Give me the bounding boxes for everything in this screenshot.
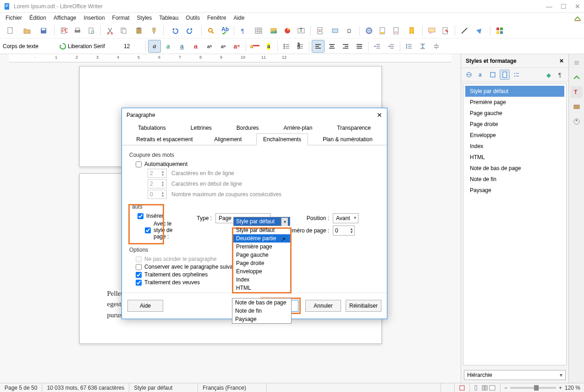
line-spacing-button[interactable]	[402, 40, 415, 53]
tab-retraits[interactable]: Retraits et espacement	[129, 133, 199, 145]
frame-styles-icon[interactable]	[488, 70, 498, 80]
bold-button[interactable]: a	[148, 40, 161, 53]
dropdown-option[interactable]: Deuxième partie↖	[233, 234, 290, 243]
status-view-layout[interactable]	[470, 383, 501, 392]
status-selection-mode[interactable]	[441, 383, 455, 392]
highlight-color-button[interactable]: a	[262, 40, 275, 53]
zoom-in-button[interactable]: +	[559, 385, 562, 391]
style-list-item[interactable]: Index	[465, 141, 564, 152]
new-doc-button[interactable]	[3, 24, 18, 37]
paste-button[interactable]	[131, 24, 147, 37]
tab-enchainements[interactable]: Enchaînements	[256, 133, 308, 145]
status-insert-mode[interactable]	[423, 383, 441, 392]
tab-bordures[interactable]: Bordures	[230, 122, 266, 134]
status-page[interactable]: Page 5 de 50	[0, 383, 42, 392]
paragraph-styles-icon[interactable]	[464, 70, 474, 80]
numbered-list-button[interactable]: 123	[294, 40, 307, 53]
help-button[interactable]: Aide	[127, 300, 163, 312]
spellcheck-button[interactable]: Abc	[218, 24, 231, 37]
status-signature[interactable]	[455, 383, 470, 392]
fill-format-mode-icon[interactable]	[544, 70, 554, 80]
keep-with-next-checkbox[interactable]	[136, 264, 142, 270]
zoom-percent[interactable]: 120 %	[565, 385, 580, 391]
insert-field-button[interactable]	[327, 24, 343, 37]
zoom-out-button[interactable]: −	[504, 385, 507, 391]
insert-table-button[interactable]	[251, 24, 266, 37]
menu-affichage[interactable]: Affichage	[50, 14, 80, 22]
bullet-list-button[interactable]	[280, 40, 293, 53]
style-filter-combo[interactable]: Hiérarchie	[464, 370, 566, 380]
widow-control-checkbox[interactable]	[136, 280, 142, 286]
dropdown-option[interactable]: Page droite	[233, 259, 290, 267]
page-styles-list[interactable]: Style par défautPremière pagePage gauche…	[463, 83, 567, 365]
dropdown-option[interactable]: Première page	[233, 243, 290, 251]
page-style-dropdown-overflow[interactable]: Note de bas de pageNote de finPaysage	[232, 298, 292, 324]
decrease-spacing-button[interactable]	[430, 40, 443, 53]
insert-comment-button[interactable]	[425, 24, 438, 37]
insert-hyperlink-button[interactable]	[363, 24, 375, 37]
cancel-button[interactable]: Annuler	[305, 300, 341, 312]
horizontal-ruler[interactable]: · 1 2 3 4 5 6 7 8 9 10 11 12	[9, 54, 452, 62]
align-justify-button[interactable]	[353, 40, 366, 53]
menu-fenetre[interactable]: Fenêtre	[204, 14, 230, 22]
status-word-count[interactable]: 10 033 mots, 67 636 caractères	[42, 383, 129, 392]
decrease-indent-button[interactable]	[385, 40, 397, 53]
zoom-slider[interactable]	[510, 387, 556, 389]
tab-tabulations[interactable]: Tabulations	[131, 122, 173, 134]
menu-outils[interactable]: Outils	[182, 14, 204, 22]
insert-endnote-button[interactable]	[390, 24, 403, 37]
insert-textbox-button[interactable]: T	[295, 24, 308, 37]
style-list-item[interactable]: Note de fin	[465, 174, 564, 185]
tab-transparence[interactable]: Transparence	[330, 122, 378, 134]
menu-tableau[interactable]: Tableau	[155, 14, 182, 22]
sidebar-settings-icon[interactable]	[571, 57, 583, 69]
style-list-item[interactable]: Enveloppe	[465, 130, 564, 141]
export-pdf-button[interactable]: PDF	[57, 24, 70, 37]
style-list-item[interactable]: Page droite	[465, 119, 564, 130]
redo-button[interactable]	[183, 24, 198, 37]
align-left-button[interactable]	[312, 40, 325, 53]
tab-alignement[interactable]: Alignement	[207, 133, 248, 145]
style-list-item[interactable]: HTML	[465, 152, 564, 163]
insert-image-button[interactable]	[267, 24, 280, 37]
align-center-button[interactable]	[325, 40, 338, 53]
window-maximize-button[interactable]: ☐	[561, 3, 567, 10]
menu-format[interactable]: Format	[109, 14, 133, 22]
dialog-close-icon[interactable]: ✕	[377, 111, 382, 119]
insert-pagebreak-button[interactable]	[314, 24, 326, 37]
window-close-button[interactable]: ✕	[575, 3, 580, 10]
menu-aide[interactable]: Aide	[230, 14, 248, 22]
update-style-button[interactable]	[59, 42, 67, 50]
style-list-item[interactable]: Page gauche	[465, 108, 564, 119]
clear-formatting-button[interactable]: a✕	[231, 40, 243, 53]
track-changes-button[interactable]	[439, 24, 452, 37]
insert-chart-button[interactable]	[281, 24, 294, 37]
undo-button[interactable]	[166, 24, 182, 37]
open-button[interactable]	[19, 24, 35, 37]
dropdown-option[interactable]: Page gauche	[233, 251, 290, 259]
basic-shapes-button[interactable]	[472, 24, 487, 37]
dropdown-option[interactable]: Enveloppe	[233, 267, 290, 276]
status-language[interactable]: Français (France)	[198, 383, 267, 392]
find-button[interactable]	[204, 24, 217, 37]
new-style-icon[interactable]: ¶	[556, 70, 566, 80]
italic-button[interactable]: a	[162, 40, 175, 53]
strikethrough-button[interactable]: a	[189, 40, 202, 53]
chars-start-line-spinner[interactable]: 2▲▼	[148, 179, 167, 188]
styles-panel-icon[interactable]: T	[571, 86, 583, 98]
tab-plan-numerotation[interactable]: Plan & numérotation	[316, 133, 380, 145]
cut-button[interactable]	[104, 24, 116, 37]
insert-bookmark-button[interactable]	[404, 24, 419, 37]
close-document-icon[interactable]	[573, 13, 582, 22]
dropdown-option[interactable]: Note de fin	[232, 307, 291, 315]
font-name-combo[interactable]: Liberation Serif	[68, 43, 123, 50]
page-style-dropdown[interactable]: Style par défaut Style par défautDeuxièm…	[232, 227, 292, 293]
chars-end-line-spinner[interactable]: 2▲▼	[148, 169, 167, 178]
menu-fichier[interactable]: Fichier	[2, 14, 26, 22]
page-style-dropdown-selected[interactable]: Style par défaut	[233, 217, 290, 226]
clone-format-button[interactable]	[148, 24, 160, 37]
save-button[interactable]	[36, 24, 51, 37]
copy-button[interactable]	[117, 24, 130, 37]
formatting-marks-button[interactable]: ¶	[237, 24, 250, 37]
max-consecutive-hyphens-spinner[interactable]: 0▲▼	[148, 190, 167, 199]
